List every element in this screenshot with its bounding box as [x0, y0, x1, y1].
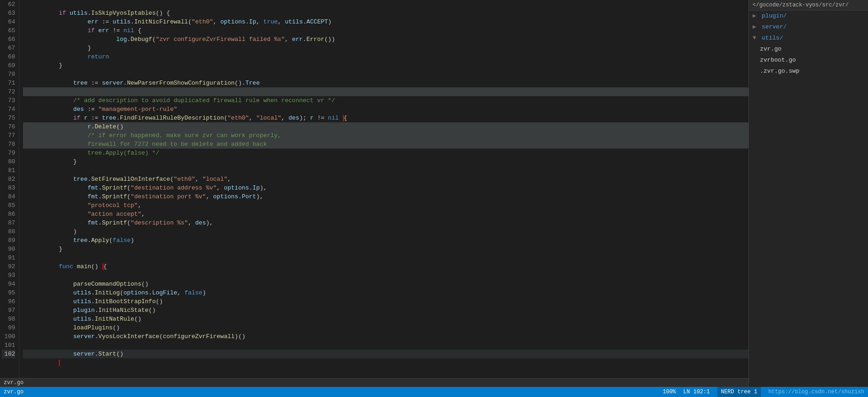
code-line: return	[23, 44, 748, 52]
tree-item-server[interactable]: ▶ server/	[749, 22, 868, 33]
sidebar-header: </gocode/zstack-vyos/src/zvr/	[749, 0, 868, 11]
line-numbers: 62 63 64 65 66 67 68 69 70 71 72 73 74 7…	[0, 0, 19, 378]
code-line	[23, 262, 748, 271]
tree-item-zvrboot-go[interactable]: zvrboot.go	[749, 55, 868, 66]
code-line: parseCommandOptions()	[23, 271, 748, 280]
code-line: if utils.IsSkipVyosIptables() {	[23, 0, 748, 9]
tree-item-zvr-go[interactable]: zvr.go	[749, 44, 868, 55]
url-text: https://blog.csdn.net/shuzish	[768, 389, 864, 395]
status-left: zvr.go	[4, 389, 23, 395]
folder-arrow-icon: ▼	[753, 35, 756, 41]
nerd-tree-sidebar: </gocode/zstack-vyos/src/zvr/ ▶ plugin/ …	[748, 0, 868, 387]
nerd-tree-badge: NERD tree 1	[717, 387, 761, 397]
code-line: /* if error happened, make sure zvr can …	[23, 122, 748, 131]
file-tab: zvr.go	[0, 378, 748, 387]
filename-label: zvr.go	[4, 380, 23, 386]
file-label: .zvr.go.swp	[760, 68, 799, 75]
code-line	[23, 245, 748, 253]
code-line: }	[23, 52, 748, 61]
code-line	[23, 61, 748, 70]
zoom-level: 100%	[663, 389, 676, 395]
folder-label: plugin/	[762, 12, 787, 19]
tree-item-zvr-go-swp[interactable]: .zvr.go.swp	[749, 66, 868, 77]
code-line: func main() {	[23, 253, 748, 262]
status-right: 100% LN 102:1 NERD tree 1 https://blog.c…	[663, 387, 864, 397]
folder-arrow-icon: ▶	[753, 23, 756, 30]
folder-label: server/	[762, 23, 787, 30]
tree-item-plugin[interactable]: ▶ plugin/	[749, 11, 868, 22]
status-bar: zvr.go 100% LN 102:1 NERD tree 1 https:/…	[0, 387, 868, 397]
folder-arrow-icon: ▶	[753, 12, 756, 19]
filename-status: zvr.go	[4, 389, 23, 395]
code-line-active	[23, 350, 748, 358]
code-line: server.Start()	[23, 341, 748, 350]
cursor-position: LN 102:1	[683, 389, 710, 395]
code-line: /* add description to avoid duplicated f…	[23, 87, 748, 96]
code-lines[interactable]: if utils.IsSkipVyosIptables() { err := u…	[19, 0, 748, 378]
code-line: server.VyosLockInterface(configureZvrFir…	[23, 323, 748, 332]
code-line	[23, 157, 748, 166]
code-editor: 62 63 64 65 66 67 68 69 70 71 72 73 74 7…	[0, 0, 748, 387]
tree-item-utils[interactable]: ▼ utils/	[749, 33, 868, 44]
code-line: tree.Apply(false)	[23, 227, 748, 236]
code-line: tree := server.NewParserFromShowConfigur…	[23, 70, 748, 79]
folder-label: utils/	[762, 35, 783, 41]
file-label: zvr.go	[760, 46, 782, 52]
code-line: tree.SetFirewallOnInterface("eth0", "loc…	[23, 166, 748, 175]
file-label: zvrboot.go	[760, 57, 796, 63]
